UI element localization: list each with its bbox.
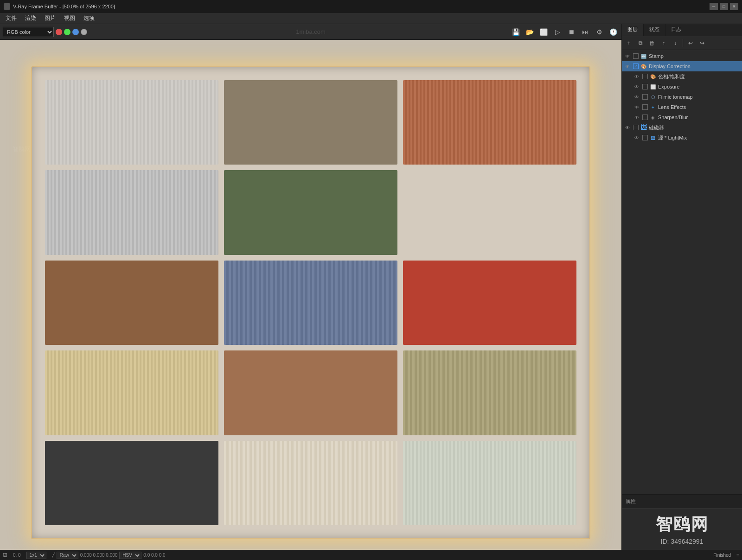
open-icon[interactable]: 📂: [524, 27, 535, 37]
status-settings-icon[interactable]: ≡: [736, 553, 739, 558]
render-icon[interactable]: ▷: [552, 27, 563, 37]
toolbar-separator: [683, 39, 683, 47]
menu-image[interactable]: 图片: [41, 13, 59, 23]
layer-lightmix[interactable]: 👁 🖼 源 * LightMix: [631, 133, 742, 143]
title-bar-left: V-Ray Frame Buffer - [50.0% of 2596 x 22…: [4, 3, 115, 10]
render-background: 1miba.com 1miba.com 智鸥网 1mba.com —— 智鸥网—…: [0, 40, 621, 550]
close-button[interactable]: ✕: [730, 3, 738, 10]
eye-stamp[interactable]: 👁: [624, 52, 631, 60]
layer-filmic[interactable]: 👁 ⬡ Filmic tonemap: [631, 92, 742, 102]
check-lightmix[interactable]: [642, 135, 648, 140]
panel-3-2: [403, 350, 576, 435]
layer-display-correction[interactable]: 👁 ✓ 🎨 Display Correction: [622, 61, 742, 71]
menu-view[interactable]: 视图: [60, 13, 79, 23]
save-icon[interactable]: 💾: [510, 27, 521, 37]
add-layer-btn[interactable]: +: [624, 38, 634, 48]
icon-lightmix: 🖼: [650, 134, 656, 141]
toolbar-right-icons: 💾 📂 ⬜ ▷ ⏹ ⏭ ⚙ 🕐: [510, 27, 619, 37]
tab-layers[interactable]: 图层: [622, 24, 644, 36]
render-canvas: 1miba.com 1miba.com 智鸥网 1mba.com —— 智鸥网—…: [0, 40, 621, 550]
panel-2-2: [403, 261, 576, 345]
layer-lens-effects[interactable]: 👁 + Lens Effects: [631, 102, 742, 112]
layer-sharpen-blur[interactable]: 👁 ◈ Sharpen/Blur: [631, 112, 742, 122]
panel-1-1: [224, 170, 397, 255]
eye-lens-effects[interactable]: 👁: [633, 103, 640, 111]
layer-color-balance[interactable]: 👁 🎨 色相/饱和度: [631, 71, 742, 82]
move-up-btn[interactable]: ↑: [659, 38, 669, 48]
panel-tabs: 图层 状态 日志: [622, 24, 742, 36]
delete-btn[interactable]: 🗑: [647, 38, 657, 48]
panel-3-1: [224, 350, 397, 435]
coords-display: 0, 0: [13, 553, 21, 558]
zoom-select[interactable]: 1x1 2x2: [26, 552, 46, 559]
panel-0-0: [45, 80, 218, 165]
menu-file[interactable]: 文件: [2, 13, 20, 23]
icon-filmic: ⬡: [650, 94, 656, 100]
eye-lightmix[interactable]: 👁: [633, 134, 640, 141]
redo-btn[interactable]: ↪: [697, 38, 707, 48]
layer-toolbar: + ⧉ 🗑 ↑ ↓ ↩ ↪: [622, 36, 742, 50]
menu-bar: 文件 渲染 图片 视图 选项: [0, 13, 742, 24]
color-values: 0.000 0.000 0.000: [80, 553, 118, 558]
undo-btn[interactable]: ↩: [685, 38, 696, 48]
color-mode-select[interactable]: RGB color Alpha: [3, 27, 54, 37]
extra-values: 0.0 0.0 0.0: [143, 553, 165, 558]
maximize-button[interactable]: □: [720, 3, 728, 10]
icon-sharpen-blur: ◈: [650, 114, 656, 121]
icon-stamp: 🔤: [640, 53, 647, 59]
tab-status[interactable]: 状态: [644, 24, 665, 36]
check-filmic[interactable]: [642, 94, 648, 100]
history-icon[interactable]: 🕐: [608, 27, 619, 37]
title-bar: V-Ray Frame Buffer - [50.0% of 2596 x 22…: [0, 0, 742, 13]
check-display-correction[interactable]: ✓: [633, 64, 639, 69]
brand-area: 智鸥网 ID: 349642991: [622, 508, 742, 550]
panel-4-2: [403, 441, 576, 526]
layer-render-element[interactable]: 👁 🖼 硅磁器: [622, 122, 742, 133]
red-channel-dot[interactable]: [56, 29, 62, 35]
check-stamp[interactable]: [633, 53, 639, 59]
panel-0-2: [403, 80, 576, 165]
render-region-icon[interactable]: ⬜: [538, 27, 549, 37]
eye-color-balance[interactable]: 👁: [633, 73, 640, 80]
minimize-button[interactable]: ─: [710, 3, 718, 10]
eye-render-element[interactable]: 👁: [624, 124, 631, 131]
check-sharpen-blur[interactable]: [642, 115, 648, 120]
properties-section: 属性: [622, 494, 742, 508]
check-lens-effects[interactable]: [642, 104, 648, 110]
menu-options[interactable]: 选项: [80, 13, 98, 23]
check-render-element[interactable]: [633, 125, 639, 130]
panel-0-1: [224, 80, 397, 165]
properties-label: 属性: [626, 498, 636, 505]
window-title: V-Ray Frame Buffer - [50.0% of 2596 x 22…: [13, 4, 115, 9]
window-controls: ─ □ ✕: [710, 3, 738, 10]
eye-exposure[interactable]: 👁: [633, 83, 640, 90]
check-color-balance[interactable]: [642, 74, 648, 79]
menu-render[interactable]: 渲染: [21, 13, 40, 23]
label-exposure: Exposure: [658, 84, 740, 89]
color-space-select-hsv[interactable]: HSV RGB: [119, 552, 141, 559]
tab-log[interactable]: 日志: [665, 24, 687, 36]
render-icon-small: 🖼: [3, 553, 7, 558]
resume-icon[interactable]: ⏭: [580, 27, 591, 37]
app-icon: [4, 3, 10, 10]
wm6: 智鸥网: [13, 145, 31, 153]
eye-display-correction[interactable]: 👁: [624, 63, 631, 70]
move-down-btn[interactable]: ↓: [670, 38, 680, 48]
eye-filmic[interactable]: 👁: [633, 93, 640, 101]
eye-sharpen-blur[interactable]: 👁: [633, 114, 640, 121]
layer-stamp[interactable]: 👁 🔤 Stamp: [622, 51, 742, 61]
label-render-element: 硅磁器: [649, 124, 740, 131]
layer-list: 👁 🔤 Stamp 👁 ✓ 🎨 Display Correction 👁 🎨 色…: [622, 50, 742, 494]
alpha-channel-dot[interactable]: [81, 29, 87, 35]
icon-lens-effects: +: [650, 104, 656, 110]
green-channel-dot[interactable]: [64, 29, 70, 35]
layer-exposure[interactable]: 👁 ⬜ Exposure: [631, 82, 742, 92]
panel-1-0: [45, 170, 218, 255]
check-exposure[interactable]: [642, 84, 648, 89]
duplicate-btn[interactable]: ⧉: [635, 38, 646, 48]
label-display-correction: Display Correction: [649, 64, 740, 69]
settings-icon[interactable]: ⚙: [594, 27, 605, 37]
color-space-select-raw[interactable]: Raw: [57, 552, 78, 559]
stop-icon[interactable]: ⏹: [566, 27, 577, 37]
blue-channel-dot[interactable]: [72, 29, 79, 35]
